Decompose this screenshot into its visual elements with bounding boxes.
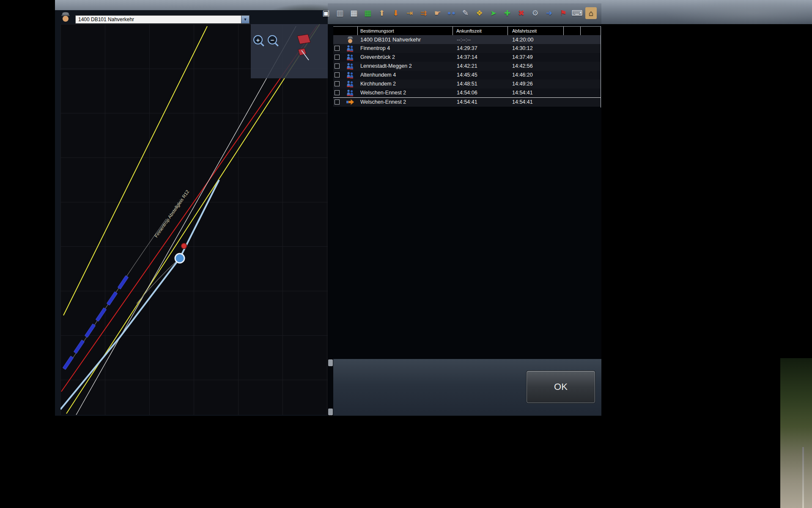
unload-down-icon: ⬇ bbox=[392, 9, 399, 17]
row-arrival-time: 14:37:14 bbox=[457, 53, 477, 62]
passengers-icon[interactable]: ☻☻ bbox=[446, 7, 457, 19]
header-arrival: Ankunftszeit bbox=[456, 28, 482, 33]
passengers-icon bbox=[346, 45, 354, 52]
row-destination: Grevenbrück 2 bbox=[360, 53, 395, 62]
grid-green-icon[interactable]: ▦ bbox=[362, 7, 373, 19]
ok-button[interactable]: OK bbox=[527, 371, 595, 403]
row-departure-time: 14:54:41 bbox=[512, 98, 533, 107]
pick-hand-icon[interactable]: ☛ bbox=[432, 7, 443, 19]
remove-driver-icon[interactable]: ✖ bbox=[516, 7, 527, 19]
footer-panel: OK bbox=[333, 359, 601, 416]
table-right-border bbox=[601, 26, 601, 108]
scroll-tab-bottom[interactable] bbox=[328, 409, 333, 415]
row-checkbox[interactable] bbox=[335, 72, 340, 77]
timetable-header: Bestimmungsort Ankunftszeit Abfahrtszeit bbox=[333, 26, 601, 35]
passengers-icon bbox=[346, 80, 354, 88]
row-checkbox[interactable] bbox=[335, 46, 340, 51]
driver-avatar bbox=[60, 11, 71, 23]
passengers-icon: ☻☻ bbox=[447, 11, 456, 15]
table-row[interactable]: Lennestadt-Meggen 2 14:42:21 14:42:56 bbox=[333, 62, 601, 71]
table-row[interactable]: Kirchhundem 2 14:48:51 14:49:26 bbox=[333, 80, 601, 88]
row-arrival-time: 14:54:06 bbox=[457, 88, 477, 97]
row-checkbox[interactable] bbox=[335, 55, 340, 60]
report-edit-icon: ✎ bbox=[462, 9, 469, 17]
passengers-icon bbox=[346, 54, 354, 61]
row-arrival-time: 14:45:45 bbox=[457, 71, 477, 80]
row-departure-time: 14:49:26 bbox=[512, 80, 533, 88]
unload-down-icon[interactable]: ⬇ bbox=[390, 7, 401, 19]
pick-hand-icon: ☛ bbox=[434, 9, 441, 17]
service-dropdown-value: 1400 DB101 Nahverkehr bbox=[76, 17, 241, 22]
depot-icon: ⌂ bbox=[589, 9, 593, 17]
flag-icon[interactable]: ⚑ bbox=[557, 7, 569, 19]
header-divider bbox=[508, 27, 508, 35]
header-divider bbox=[453, 27, 453, 35]
row-checkbox[interactable] bbox=[335, 99, 340, 105]
drive-in-icon[interactable]: ⇥ bbox=[404, 7, 415, 19]
report-edit-icon[interactable]: ✎ bbox=[460, 7, 471, 19]
driver-icon bbox=[346, 36, 354, 44]
rail-track-photo bbox=[802, 447, 804, 508]
track-map: Finnentrop Abstellgleis R12 bbox=[60, 24, 328, 415]
table-row[interactable]: 1400 DB101 Nahverkehr --:--:-- 14:20:00 bbox=[333, 35, 601, 44]
scroll-tab-top[interactable] bbox=[328, 359, 333, 366]
timetable-settings-icon[interactable]: ⚙ bbox=[529, 7, 541, 19]
drive-in-icon: ⇥ bbox=[406, 9, 413, 17]
siding-label: Finnentrop Abstellgleis R12 bbox=[154, 189, 190, 239]
row-destination: Welschen-Ennest 2 bbox=[360, 88, 406, 97]
add-icon[interactable]: ✚ bbox=[502, 7, 513, 19]
services-grid-icon[interactable]: ❖ bbox=[474, 7, 485, 19]
ok-button-label: OK bbox=[554, 381, 568, 392]
zoom-out-button[interactable]: − bbox=[268, 35, 277, 44]
table-row[interactable]: Grevenbrück 2 14:37:14 14:37:49 bbox=[333, 53, 601, 62]
delete-icon[interactable]: ▥ bbox=[334, 7, 346, 19]
drive-out-icon: ⇉ bbox=[420, 9, 427, 17]
depot-icon[interactable]: ⌂ bbox=[585, 7, 597, 19]
map-canvas[interactable]: Finnentrop Abstellgleis R12 + − bbox=[60, 24, 328, 415]
delete-icon: ▥ bbox=[336, 9, 343, 17]
stop-marker[interactable] bbox=[181, 243, 187, 249]
row-destination: 1400 DB101 Nahverkehr bbox=[360, 35, 421, 44]
keyboard-icon[interactable]: ⌨ bbox=[571, 7, 583, 19]
scene-backdrop-right bbox=[780, 358, 812, 508]
save-icon[interactable]: ▣ bbox=[320, 7, 332, 19]
header-divider bbox=[563, 27, 564, 35]
passengers-icon bbox=[346, 89, 354, 97]
remove-driver-icon: ✖ bbox=[518, 9, 524, 17]
drive-out-icon[interactable]: ⇉ bbox=[418, 7, 429, 19]
row-destination: Altenhundem 4 bbox=[360, 71, 396, 80]
add-service-icon: ➤ bbox=[490, 9, 497, 17]
row-checkbox[interactable] bbox=[335, 90, 340, 95]
grid-green-icon: ▦ bbox=[364, 9, 371, 17]
table-row[interactable]: Welschen-Ennest 2 14:54:06 14:54:41 bbox=[333, 88, 601, 97]
header-divider bbox=[580, 27, 581, 35]
table-row[interactable]: Welschen-Ennest 2 14:54:41 14:54:41 bbox=[333, 97, 601, 107]
add-icon: ✚ bbox=[504, 9, 510, 17]
minimap-train-shape bbox=[297, 34, 310, 44]
grid-white-icon: ▦ bbox=[350, 9, 357, 17]
final-destination-icon bbox=[346, 99, 354, 106]
driver-icon bbox=[60, 11, 71, 23]
add-service-icon[interactable]: ➤ bbox=[488, 7, 499, 19]
zoom-out-icon: − bbox=[271, 36, 274, 44]
grid-white-icon[interactable]: ▦ bbox=[348, 7, 359, 19]
save-icon: ▣ bbox=[322, 9, 329, 17]
row-destination: Finnentrop 4 bbox=[360, 44, 390, 53]
train-consist bbox=[63, 276, 129, 370]
selected-position-marker[interactable] bbox=[175, 254, 184, 263]
table-row[interactable]: Altenhundem 4 14:45:45 14:46:20 bbox=[333, 71, 601, 80]
track-line-yellow-left bbox=[63, 26, 207, 315]
zoom-in-button[interactable]: + bbox=[253, 35, 263, 44]
row-departure-time: 14:42:56 bbox=[512, 62, 533, 71]
exit-door-icon[interactable]: ➜ bbox=[543, 7, 555, 19]
row-checkbox[interactable] bbox=[335, 64, 340, 69]
row-arrival-time: --:--:-- bbox=[457, 35, 471, 44]
row-destination: Kirchhundem 2 bbox=[360, 80, 396, 88]
load-up-icon[interactable]: ⬆ bbox=[376, 7, 387, 19]
row-checkbox[interactable] bbox=[335, 81, 340, 86]
chevron-down-icon[interactable]: ▼ bbox=[241, 16, 249, 23]
row-destination: Lennestadt-Meggen 2 bbox=[360, 62, 412, 71]
header-departure: Abfahrtszeit bbox=[512, 28, 537, 33]
service-dropdown[interactable]: 1400 DB101 Nahverkehr ▼ bbox=[75, 15, 250, 24]
table-row[interactable]: Finnentrop 4 14:29:37 14:30:12 bbox=[333, 44, 601, 53]
